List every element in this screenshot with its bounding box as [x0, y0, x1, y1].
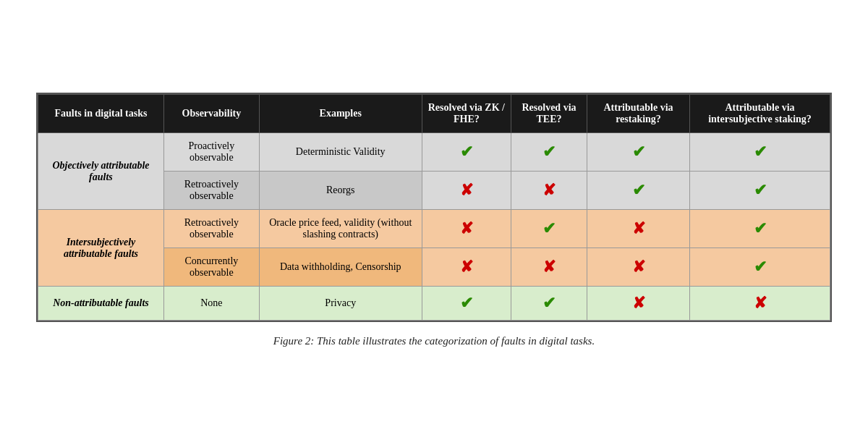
- observability-cell: Concurrently observable: [163, 248, 259, 287]
- table-row: Non-attributable faultsNonePrivacy✔✔✘✘: [38, 287, 830, 321]
- header-tee: Resolved via TEE?: [511, 95, 587, 133]
- tee-cell: ✘: [511, 248, 587, 287]
- check-icon: ✔: [754, 143, 767, 161]
- check-icon: ✔: [460, 294, 473, 312]
- intersubjective-cell: ✔: [690, 210, 830, 248]
- observability-cell: Proactively observable: [163, 133, 259, 172]
- check-icon: ✔: [632, 181, 645, 199]
- zk-cell: ✘: [422, 172, 511, 210]
- fault-type-cell: Non-attributable faults: [38, 287, 164, 321]
- header-examples: Examples: [259, 95, 422, 133]
- restaking-cell: ✘: [587, 210, 689, 248]
- restaking-cell: ✘: [587, 287, 689, 321]
- fault-type-cell: Intersubjectively attributable faults: [38, 210, 164, 287]
- header-intersubjective: Attributable via intersubjective staking…: [690, 95, 830, 133]
- intersubjective-cell: ✔: [690, 248, 830, 287]
- zk-cell: ✘: [422, 210, 511, 248]
- header-row: Faults in digital tasks Observability Ex…: [38, 95, 830, 133]
- cross-icon: ✘: [632, 219, 645, 237]
- check-icon: ✔: [754, 258, 767, 276]
- intersubjective-cell: ✔: [690, 172, 830, 210]
- restaking-cell: ✔: [587, 172, 689, 210]
- check-icon: ✔: [754, 219, 767, 237]
- restaking-cell: ✔: [587, 133, 689, 172]
- table-row: Intersubjectively attributable faultsRet…: [38, 210, 830, 248]
- header-zk-fhe: Resolved via ZK / FHE?: [422, 95, 511, 133]
- faults-table: Faults in digital tasks Observability Ex…: [38, 94, 830, 321]
- observability-cell: None: [163, 287, 259, 321]
- cross-icon: ✘: [632, 258, 645, 276]
- tee-cell: ✔: [511, 133, 587, 172]
- header-restaking: Attributable via restaking?: [587, 95, 689, 133]
- header-faults: Faults in digital tasks: [38, 95, 164, 133]
- check-icon: ✔: [632, 143, 645, 161]
- cross-icon: ✘: [754, 294, 767, 312]
- examples-cell: Reorgs: [259, 172, 422, 210]
- check-icon: ✔: [754, 181, 767, 199]
- tee-cell: ✔: [511, 287, 587, 321]
- cross-icon: ✘: [460, 258, 473, 276]
- fault-type-cell: Objectively attributable faults: [38, 133, 164, 210]
- zk-cell: ✔: [422, 133, 511, 172]
- header-observability: Observability: [163, 95, 259, 133]
- main-table-wrapper: Faults in digital tasks Observability Ex…: [36, 93, 832, 322]
- table-row: Objectively attributable faultsProactive…: [38, 133, 830, 172]
- intersubjective-cell: ✘: [690, 287, 830, 321]
- cross-icon: ✘: [460, 219, 473, 237]
- check-icon: ✔: [542, 143, 556, 161]
- observability-cell: Retroactively observable: [163, 172, 259, 210]
- examples-cell: Privacy: [259, 287, 422, 321]
- examples-cell: Data withholding, Censorship: [259, 248, 422, 287]
- observability-cell: Retroactively observable: [163, 210, 259, 248]
- check-icon: ✔: [542, 294, 556, 312]
- zk-cell: ✘: [422, 248, 511, 287]
- intersubjective-cell: ✔: [690, 133, 830, 172]
- cross-icon: ✘: [632, 294, 645, 312]
- figure-caption: Figure 2: This table illustrates the cat…: [273, 335, 595, 347]
- tee-cell: ✘: [511, 172, 587, 210]
- cross-icon: ✘: [542, 258, 556, 276]
- restaking-cell: ✘: [587, 248, 689, 287]
- examples-cell: Oracle price feed, validity (without sla…: [259, 210, 422, 248]
- zk-cell: ✔: [422, 287, 511, 321]
- check-icon: ✔: [542, 219, 556, 237]
- cross-icon: ✘: [542, 181, 556, 199]
- tee-cell: ✔: [511, 210, 587, 248]
- examples-cell: Deterministic Validity: [259, 133, 422, 172]
- check-icon: ✔: [460, 143, 473, 161]
- cross-icon: ✘: [460, 181, 473, 199]
